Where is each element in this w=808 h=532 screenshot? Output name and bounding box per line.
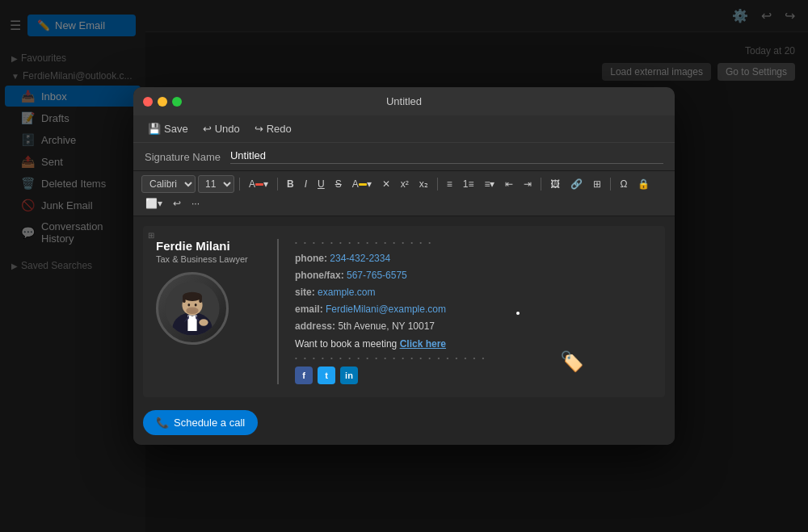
more-button[interactable]: ··· bbox=[187, 195, 204, 212]
save-button[interactable]: 💾 Save bbox=[143, 120, 193, 137]
underline-button[interactable]: U bbox=[314, 176, 329, 192]
window-controls bbox=[143, 97, 182, 107]
font-family-select[interactable]: Calibri bbox=[141, 175, 196, 193]
sig-meeting: Want to book a meeting Click here bbox=[295, 338, 652, 350]
svg-point-12 bbox=[186, 308, 198, 314]
close-window-button[interactable] bbox=[143, 97, 153, 107]
stamp-emoji: 🏷️ bbox=[560, 350, 584, 373]
undo-icon: ↩ bbox=[203, 123, 212, 135]
subscript-button[interactable]: x₂ bbox=[415, 176, 432, 192]
bullet-list-button[interactable]: ≡ bbox=[443, 176, 457, 192]
sig-dots-bottom: • • • • • • • • • • • • • • • • • • • • … bbox=[295, 354, 652, 362]
signature-name-bar: Signature Name Untitled bbox=[133, 143, 675, 171]
sig-site: site: example.com bbox=[295, 285, 652, 300]
sig-name: Ferdie Milani bbox=[156, 239, 230, 253]
insert-table-button[interactable]: ⊞ bbox=[589, 176, 605, 192]
cursor-indicator bbox=[516, 312, 520, 315]
color-swatch bbox=[255, 183, 263, 186]
signature-name-label: Signature Name bbox=[145, 151, 221, 163]
special-3-button[interactable]: ⬜▾ bbox=[141, 195, 166, 212]
signature-name-value: Untitled bbox=[230, 149, 663, 164]
facebook-icon[interactable]: f bbox=[295, 367, 313, 384]
divider-1 bbox=[239, 178, 240, 191]
insert-link-button[interactable]: 🔗 bbox=[566, 176, 587, 192]
svg-point-6 bbox=[183, 292, 202, 301]
divider-4 bbox=[541, 178, 541, 191]
sig-phone: phone: 234-432-2334 bbox=[295, 251, 652, 266]
move-handle-icon[interactable]: ⊞ bbox=[148, 231, 154, 240]
superscript-button[interactable]: x² bbox=[397, 176, 413, 192]
save-icon: 💾 bbox=[148, 123, 161, 135]
sig-avatar bbox=[156, 272, 229, 345]
svg-point-10 bbox=[195, 304, 197, 307]
insert-image-button[interactable]: 🖼 bbox=[546, 176, 564, 192]
signature-left: Ferdie Milani Tax & Business Lawyer bbox=[156, 239, 261, 384]
format-toolbar: Calibri 11 A ▾ B I U S A ▾ ✕ x² x₂ bbox=[133, 171, 675, 216]
signature-editor-modal: Untitled 💾 Save ↩ Undo ↪ Redo Signature … bbox=[133, 87, 675, 445]
schedule-call-button[interactable]: 📞 Schedule a call bbox=[143, 410, 258, 435]
phone-icon: 📞 bbox=[156, 417, 169, 429]
italic-button[interactable]: I bbox=[301, 176, 311, 192]
color-button[interactable]: A ▾ bbox=[245, 176, 272, 192]
sig-dots-top: • • • • • • • • • • • • • • • • bbox=[295, 239, 652, 246]
redo-button[interactable]: ↪ Redo bbox=[250, 120, 297, 137]
sig-address: address: 5th Avenue, NY 10017 bbox=[295, 319, 652, 333]
svg-point-15 bbox=[199, 319, 208, 325]
modal-titlebar: Untitled bbox=[133, 87, 675, 115]
bold-button[interactable]: B bbox=[283, 176, 298, 192]
minimize-window-button[interactable] bbox=[158, 97, 167, 107]
highlight-dropdown-icon: ▾ bbox=[367, 178, 372, 190]
increase-indent-button[interactable]: ⇥ bbox=[520, 176, 536, 192]
special-chars-button[interactable]: Ω bbox=[616, 176, 631, 192]
maximize-window-button[interactable] bbox=[172, 97, 182, 107]
svg-rect-7 bbox=[183, 296, 186, 303]
signature-container: ⊞ Ferdie Milani Tax & Business Lawyer bbox=[143, 226, 665, 397]
modal-top-toolbar: 💾 Save ↩ Undo ↪ Redo bbox=[133, 115, 675, 143]
divider-5 bbox=[610, 178, 611, 191]
color-dropdown-icon: ▾ bbox=[263, 178, 268, 190]
divider-3 bbox=[437, 178, 438, 191]
strikethrough-button[interactable]: S bbox=[331, 176, 346, 192]
redo-icon: ↪ bbox=[255, 123, 263, 135]
modal-overlay: Untitled 💾 Save ↩ Undo ↪ Redo Signature … bbox=[0, 0, 808, 532]
undo-fmt-button[interactable]: ↩ bbox=[169, 195, 185, 212]
sig-social-links: f t in bbox=[295, 367, 652, 384]
special-2-button[interactable]: 🔒 bbox=[633, 176, 654, 192]
modal-title: Untitled bbox=[386, 95, 422, 107]
avatar-image bbox=[164, 280, 221, 337]
sig-phone-fax: phone/fax: 567-765-6575 bbox=[295, 268, 652, 283]
sig-title: Tax & Business Lawyer bbox=[156, 254, 248, 264]
highlight-icon: A bbox=[352, 178, 359, 190]
font-size-select[interactable]: 11 bbox=[198, 175, 234, 193]
highlight-swatch bbox=[359, 183, 367, 186]
sig-email: email: FerdieMilani@example.com bbox=[295, 302, 652, 316]
twitter-icon[interactable]: t bbox=[318, 367, 335, 384]
clear-format-button[interactable]: ✕ bbox=[378, 176, 394, 192]
svg-point-9 bbox=[187, 304, 190, 307]
undo-button[interactable]: ↩ Undo bbox=[198, 120, 245, 137]
list-dropdown-button[interactable]: ≡▾ bbox=[480, 176, 499, 192]
linkedin-icon[interactable]: in bbox=[340, 367, 358, 384]
numbered-list-button[interactable]: 1≡ bbox=[459, 176, 478, 192]
font-color-icon: A bbox=[249, 178, 255, 190]
svg-rect-8 bbox=[199, 296, 202, 303]
svg-rect-3 bbox=[187, 315, 196, 331]
decrease-indent-button[interactable]: ⇤ bbox=[501, 176, 517, 192]
divider-2 bbox=[277, 178, 278, 191]
editor-area[interactable]: ⊞ Ferdie Milani Tax & Business Lawyer bbox=[133, 216, 675, 445]
signature-right: • • • • • • • • • • • • • • • • phone: 2… bbox=[295, 239, 652, 384]
sig-vertical-divider bbox=[277, 239, 279, 384]
highlight-button[interactable]: A ▾ bbox=[348, 176, 376, 192]
